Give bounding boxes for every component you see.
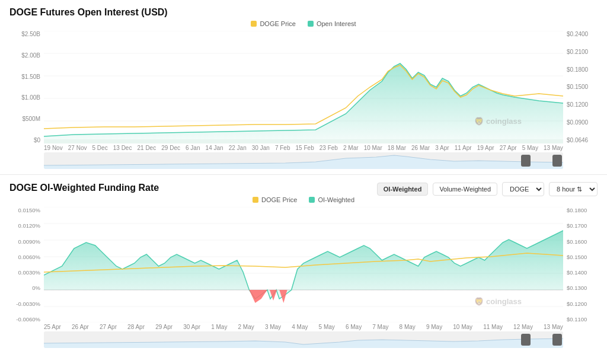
legend-price-label: DOGE Price [260,20,296,27]
section2-legend: DOGE Price OI-Weighted [9,196,598,203]
section1-watermark: 🦁 coinglass [474,117,522,126]
legend-oi-dot [308,21,314,27]
legend2-item-oi: OI-Weighted [309,196,354,203]
section2-scrollbar-handle-right[interactable] [552,334,562,346]
section1-scrollbar-handle-left[interactable] [521,155,531,167]
section2-scrollbar-handle-left[interactable] [521,334,531,346]
oi-weighted-btn[interactable]: OI-Weighted [377,183,429,196]
section2-container: DOGE OI-Weighted Funding Rate OI-Weighte… [0,175,607,364]
doge-select[interactable]: DOGE [502,182,544,196]
section2-watermark: 🦁 coinglass [474,297,522,306]
section2-scrollbar[interactable] [44,331,563,348]
svg-rect-6 [44,139,563,143]
section2-header: DOGE OI-Weighted Funding Rate OI-Weighte… [9,182,598,196]
legend-price-dot [251,21,257,27]
section2-chart-wrapper: 0.0150% 0.0120% 0.0090% 0.0060% 0.0030% … [9,207,598,323]
legend2-price-label: DOGE Price [261,196,298,203]
volume-weighted-btn[interactable]: Volume-Weighted [433,183,497,196]
section2-x-axis: 25 Apr 26 Apr 27 Apr 28 Apr 29 Apr 30 Ap… [9,323,598,330]
legend2-item-price: DOGE Price [253,196,298,203]
section1-canvas: 🦁 coinglass [44,31,563,143]
section1-container: DOGE Futures Open Interest (USD) DOGE Pr… [0,0,607,175]
section2-title: DOGE OI-Weighted Funding Rate [9,183,159,193]
section1-chart-wrapper: $2.50B $2.00B $1.50B $1.00B $500M $0 [9,31,598,143]
section1-title: DOGE Futures Open Interest (USD) [9,7,598,18]
section1-y-axis-right: $0.2400 $0.2100 $0.1800 $0.1500 $0.1200 … [563,31,598,143]
legend-oi-label: Open Interest [317,20,356,27]
section2-canvas: 🦁 coinglass [44,207,563,323]
legend2-oi-dot [309,197,315,203]
section1-svg [44,31,563,143]
legend2-oi-label: OI-Weighted [318,196,354,203]
legend-item-price: DOGE Price [251,20,296,27]
section1-y-axis-left: $2.50B $2.00B $1.50B $1.00B $500M $0 [9,31,44,143]
hour-select[interactable]: 8 hour ⇅ [549,182,598,196]
section2-y-axis-left: 0.0150% 0.0120% 0.0090% 0.0060% 0.0030% … [9,207,44,323]
legend-item-oi: Open Interest [308,20,356,27]
section1-legend: DOGE Price Open Interest [9,20,598,27]
section1-scrollbar-handle-right[interactable] [552,155,562,167]
section2-y-axis-right: $0.1800 $0.1700 $0.1600 $0.1500 $0.1400 … [563,207,598,323]
section1-x-axis: 19 Nov 27 Nov 5 Dec 13 Dec 21 Dec 29 Dec… [9,143,598,151]
section2-controls: OI-Weighted Volume-Weighted DOGE 8 hour … [377,182,598,196]
section1-scrollbar[interactable] [44,152,563,169]
legend2-price-dot [253,197,258,203]
